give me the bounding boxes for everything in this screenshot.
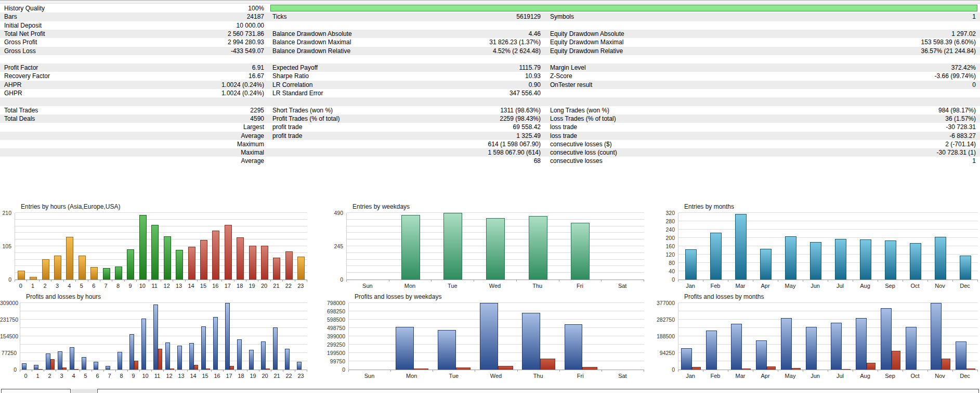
strategy-tester-report: History Quality100%Bars24187Ticks5619129… <box>0 0 980 393</box>
x-axis-label: 14 <box>187 373 199 379</box>
profit-bar <box>931 303 942 370</box>
gridline <box>20 302 307 303</box>
entry-bar <box>885 240 896 280</box>
x-axis-label: 13 <box>175 373 187 379</box>
entry-bar <box>785 236 796 280</box>
chart-title: Entries by weekdays <box>352 203 410 210</box>
x-axis-label: Jan <box>678 373 703 379</box>
x-axis-label: Sun <box>346 283 389 289</box>
entry-bar <box>115 267 122 280</box>
bottom-tab[interactable] <box>1 389 71 393</box>
loss-bar <box>742 369 751 370</box>
profit-bar <box>906 327 917 370</box>
chart-plot <box>20 303 307 370</box>
x-axis-label: 4 <box>68 373 80 379</box>
profit-bar <box>46 353 51 370</box>
x-axis-label: May <box>778 283 803 289</box>
entry-bar <box>127 249 134 280</box>
chart-title: Profits and losses by weekdays <box>355 293 441 300</box>
x-axis-label: 5 <box>80 373 92 379</box>
x-axis-label: Feb <box>703 373 728 379</box>
entry-bar <box>54 256 61 280</box>
x-axis-label: 20 <box>259 373 271 379</box>
profit-bar <box>94 362 99 370</box>
gridline <box>15 212 307 213</box>
y-axis-tick-label: 99750 <box>323 358 345 364</box>
x-axis-label: Feb <box>703 283 728 289</box>
gridline <box>678 212 978 213</box>
entry-bar <box>401 215 420 280</box>
y-axis-tick-label: 0 <box>654 276 675 283</box>
x-axis-tick <box>828 370 828 372</box>
loss-bar <box>414 369 428 370</box>
gridline <box>678 221 978 221</box>
x-axis-label: Sat <box>602 373 644 379</box>
x-axis-tick <box>221 280 222 282</box>
stats-row: Maximum614 (1 598 067.90)consecutive los… <box>0 140 980 148</box>
x-axis-label: 23 <box>295 283 307 289</box>
y-axis-tick-label: 80 <box>654 260 675 266</box>
chart-entries-by-months: Entries by months04080120160200240280320… <box>654 204 978 291</box>
gridline <box>678 246 978 246</box>
x-axis-label: Sun <box>348 373 390 379</box>
x-axis-tick <box>187 370 188 372</box>
stats-row: Total Deals4590Profit Trades (% of total… <box>0 115 980 123</box>
entry-bar <box>735 214 746 280</box>
x-axis-tick <box>173 280 173 282</box>
stats-row: History Quality100% <box>0 4 980 12</box>
x-axis-tick <box>151 370 152 372</box>
stat-label: loss trade <box>550 132 768 140</box>
x-axis-tick <box>15 280 15 282</box>
x-axis-tick <box>163 370 164 372</box>
entry-bar <box>810 242 821 280</box>
stat-value: Maximum <box>124 140 264 148</box>
stat-value: 36 (1.57%) <box>749 115 976 123</box>
loss-bar <box>792 368 801 370</box>
x-axis-label: 8 <box>112 283 124 289</box>
entry-bar <box>237 237 244 280</box>
loss-bar <box>456 367 471 370</box>
entry-bar <box>176 250 183 280</box>
entry-bar <box>42 259 49 280</box>
profit-bar <box>34 365 39 370</box>
stat-label: Margin Level <box>550 64 768 72</box>
y-axis-tick-label: 77250 <box>0 350 17 356</box>
y-axis-tick-label: 299250 <box>323 341 345 348</box>
stats-row: Gross Loss-433 549.07Balance Drawdown Re… <box>0 47 980 55</box>
stat-value: Average <box>124 157 264 165</box>
x-axis-tick <box>175 370 176 372</box>
x-axis-tick <box>63 280 64 282</box>
chart-title: Profits and losses by months <box>684 293 764 300</box>
entry-bar <box>297 257 305 280</box>
x-axis-tick <box>678 370 678 372</box>
stat-value: Maximal <box>124 148 264 157</box>
chart-title: Entries by hours (Asia,Europe,USA) <box>21 203 120 210</box>
stat-value: 24187 <box>124 12 264 21</box>
x-axis-label: Wed <box>474 283 516 289</box>
stat-value: 2 560 731.86 <box>124 30 264 38</box>
gridline <box>678 237 978 238</box>
x-axis-label: May <box>778 373 803 379</box>
entry-bar <box>860 239 871 280</box>
history-quality-bar <box>270 5 977 11</box>
x-axis-label: 16 <box>210 283 221 289</box>
x-axis-tick <box>703 370 703 372</box>
chart-title: Entries by months <box>684 203 734 210</box>
x-axis-tick <box>103 370 104 372</box>
x-axis-label: Jun <box>803 283 828 289</box>
x-axis-label: 19 <box>247 373 259 379</box>
loss-bar <box>942 359 950 370</box>
x-axis-label: Fri <box>559 283 602 289</box>
x-axis-tick <box>977 280 978 282</box>
stat-value: 1 325.49 <box>358 132 541 140</box>
stat-label: consecutive losses ($) <box>550 140 768 148</box>
stat-value: 1 598 067.90 (614) <box>358 148 541 157</box>
x-axis-label: 2 <box>39 283 51 289</box>
x-axis-tick <box>88 280 88 282</box>
bottom-tab[interactable] <box>97 389 979 393</box>
gridline <box>347 212 644 213</box>
x-axis-label: 14 <box>185 283 197 289</box>
chart-profits-and-losses-by-weekdays: Profits and losses by weekdays0997501995… <box>323 294 645 381</box>
x-axis-label: 4 <box>63 283 75 289</box>
loss-bar <box>498 366 513 370</box>
